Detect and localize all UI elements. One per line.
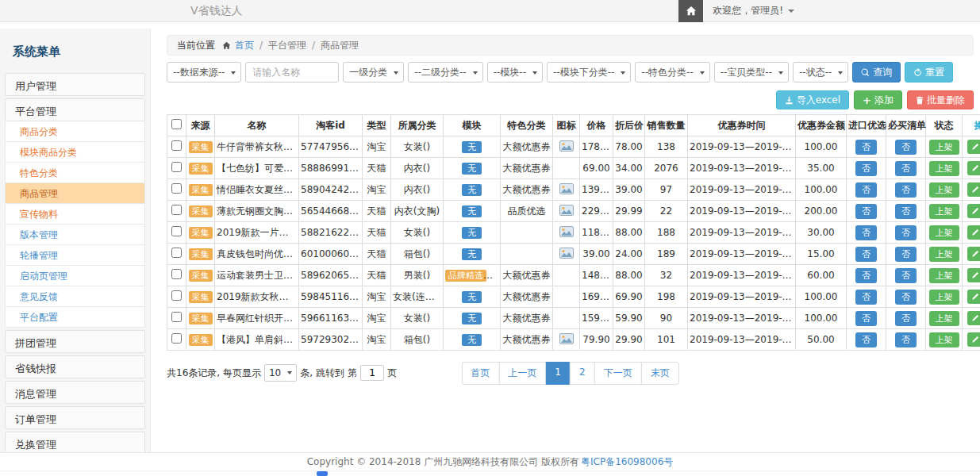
source-cell: 采集 (186, 308, 215, 329)
import-excel-button[interactable]: 导入excel (776, 90, 849, 109)
row-checkbox[interactable] (171, 248, 182, 258)
sidebar-item-2[interactable]: 商品分类 (5, 121, 145, 142)
home-button[interactable] (678, 0, 703, 22)
sidebar-item-4[interactable]: 特色分类 (5, 163, 145, 183)
page-button-0[interactable]: 首页 (461, 362, 499, 385)
must-buy-toggle[interactable]: 否 (895, 225, 917, 240)
status-button[interactable]: 上架 (929, 204, 959, 219)
filter-select-3[interactable]: --模块-- (487, 62, 543, 83)
status-button[interactable]: 上架 (929, 332, 959, 347)
import-pick-toggle[interactable]: 否 (855, 332, 877, 347)
row-checkbox[interactable] (171, 312, 182, 322)
edit-button[interactable] (967, 247, 980, 261)
edit-button[interactable] (967, 182, 980, 197)
row-checkbox[interactable] (171, 290, 182, 301)
page-button-4[interactable]: 下一页 (594, 362, 642, 385)
filter-select-6[interactable]: --宝贝类型-- (714, 62, 789, 83)
filter-select-5[interactable]: --特色分类-- (635, 62, 709, 83)
row-checkbox[interactable] (171, 205, 182, 215)
page-number-input[interactable] (360, 365, 384, 381)
edit-button[interactable] (967, 311, 980, 325)
status-button[interactable]: 上架 (929, 182, 959, 198)
edit-button[interactable] (967, 161, 980, 175)
sidebar-item-14[interactable]: 消息管理 (5, 381, 145, 404)
sidebar-item-16[interactable]: 兑换管理 (5, 432, 145, 452)
row-checkbox[interactable] (171, 333, 182, 344)
page-button-5[interactable]: 末页 (641, 362, 679, 385)
must-buy-toggle[interactable]: 否 (895, 311, 917, 326)
status-button[interactable]: 上架 (929, 161, 959, 176)
search-button[interactable]: 查询 (852, 62, 901, 83)
must-buy-toggle[interactable]: 否 (895, 204, 917, 219)
edit-button[interactable] (967, 204, 980, 218)
reset-button[interactable]: 重置 (905, 62, 953, 83)
filter-select-1[interactable]: 一级分类 (343, 62, 404, 83)
add-button[interactable]: + 添加 (854, 90, 902, 109)
sidebar-item-6[interactable]: 宣传物料 (5, 204, 145, 225)
status-button[interactable]: 上架 (929, 140, 959, 155)
row-checkbox[interactable] (171, 269, 182, 279)
sidebar-item-1[interactable]: 平台管理 (5, 98, 145, 121)
select-all-checkbox[interactable] (171, 119, 182, 129)
breadcrumb-home-link[interactable]: 首页 (235, 39, 254, 52)
status-button[interactable]: 上架 (929, 290, 959, 305)
import-pick-toggle[interactable]: 否 (855, 204, 877, 219)
page-button-3[interactable]: 2 (570, 362, 595, 385)
sidebar-item-5[interactable]: 商品管理 (5, 183, 145, 204)
edit-button[interactable] (967, 225, 980, 240)
sidebar-item-7[interactable]: 版本管理 (5, 225, 145, 245)
scrollbar-thumb[interactable] (317, 471, 328, 476)
status-button[interactable]: 上架 (929, 268, 959, 283)
filter-select-2[interactable]: --二级分类-- (408, 62, 482, 83)
sidebar-item-3[interactable]: 模块商品分类 (5, 142, 145, 163)
import-pick-toggle[interactable]: 否 (855, 182, 877, 198)
row-checkbox[interactable] (171, 183, 182, 194)
import-pick-toggle[interactable]: 否 (855, 311, 877, 326)
must-buy-toggle[interactable]: 否 (895, 140, 917, 155)
must-buy-toggle[interactable]: 否 (895, 332, 917, 347)
row-checkbox[interactable] (171, 162, 182, 172)
row-checkbox[interactable] (171, 140, 182, 151)
status-button[interactable]: 上架 (929, 225, 959, 240)
col-header-source: 来源 (186, 115, 215, 136)
import-pick-toggle[interactable]: 否 (855, 225, 877, 240)
name-search-input[interactable] (245, 62, 339, 83)
must-buy-toggle[interactable]: 否 (895, 290, 917, 305)
must-buy-toggle[interactable]: 否 (895, 268, 917, 283)
per-page-select[interactable]: 10 (264, 364, 297, 382)
import-pick-toggle[interactable]: 否 (855, 268, 877, 283)
sidebar-item-12[interactable]: 拼团管理 (5, 330, 145, 353)
icp-link[interactable]: 粤ICP备16098006号 (581, 455, 673, 469)
import-pick-toggle[interactable]: 否 (855, 161, 877, 176)
sidebar-item-10[interactable]: 意见反馈 (5, 286, 145, 307)
sidebar-item-9[interactable]: 启动页管理 (5, 266, 145, 286)
batch-delete-button[interactable]: 批量删除 (907, 90, 974, 109)
status-cell: 上架 (926, 265, 963, 286)
edit-button[interactable] (967, 140, 980, 154)
import-pick-toggle[interactable]: 否 (855, 290, 877, 305)
status-button[interactable]: 上架 (929, 311, 959, 326)
row-checkbox[interactable] (171, 226, 182, 236)
page-button-2[interactable]: 1 (545, 362, 571, 385)
import-pick-toggle[interactable]: 否 (855, 140, 877, 155)
must-buy-toggle[interactable]: 否 (895, 161, 917, 176)
sidebar-item-15[interactable]: 订单管理 (5, 406, 145, 429)
import-pick-toggle[interactable]: 否 (855, 247, 877, 262)
user-menu[interactable]: 欢迎您，管理员! (703, 0, 804, 21)
filter-select-4[interactable]: --模块下分类-- (547, 62, 631, 83)
filter-select-7[interactable]: --状态-- (793, 62, 848, 83)
status-button[interactable]: 上架 (929, 247, 959, 262)
edit-button[interactable] (967, 268, 980, 282)
sidebar-item-11[interactable]: 平台配置 (5, 307, 145, 328)
edit-button[interactable] (967, 290, 980, 304)
must-buy-toggle[interactable]: 否 (895, 247, 917, 262)
page-button-1[interactable]: 上一页 (498, 362, 546, 385)
sidebar-item-13[interactable]: 省钱快报 (5, 355, 145, 378)
category: 箱包() (391, 244, 444, 265)
filter-select-0[interactable]: --数据来源-- (167, 62, 241, 83)
horizontal-scrollbar[interactable] (0, 470, 980, 476)
must-buy-toggle[interactable]: 否 (895, 182, 917, 198)
edit-button[interactable] (967, 332, 980, 347)
sidebar-item-0[interactable]: 用户管理 (5, 73, 145, 96)
sidebar-item-8[interactable]: 轮播管理 (5, 245, 145, 266)
